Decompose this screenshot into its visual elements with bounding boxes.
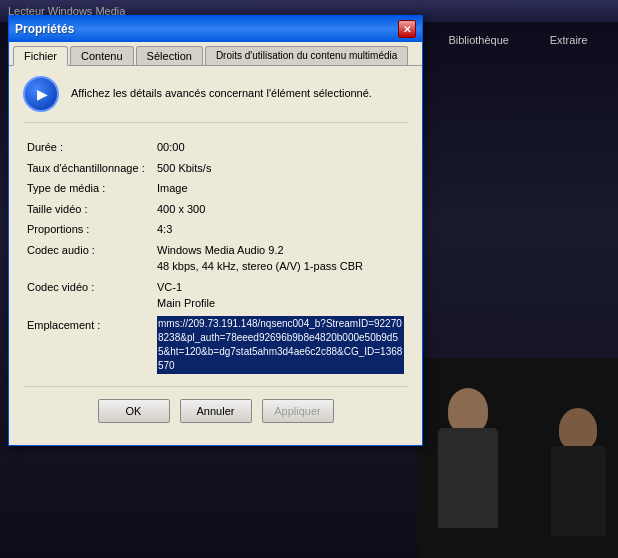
tab-fichier[interactable]: Fichier (13, 46, 68, 66)
prop-value-codec-audio: Windows Media Audio 9.248 kbps, 44 kHz, … (153, 240, 408, 277)
prop-label-taux: Taux d'échantillonnage : (23, 158, 153, 179)
prop-codec-video: Codec vidéo : VC-1Main Profile (23, 277, 408, 314)
sidebar-labels: Bibliothèque Extraire (418, 26, 618, 54)
prop-label-taille: Taille vidéo : (23, 199, 153, 220)
apply-button[interactable]: Appliquer (262, 399, 334, 423)
media-icon (23, 76, 59, 112)
properties-table: Durée : 00:00 Taux d'échantillonnage : 5… (23, 137, 408, 376)
prop-label-emplacement: Emplacement : (23, 314, 153, 376)
prop-value-taux: 500 Kbits/s (153, 158, 408, 179)
tab-droits[interactable]: Droits d'utilisation du contenu multiméd… (205, 46, 408, 65)
prop-taille: Taille vidéo : 400 x 300 (23, 199, 408, 220)
cancel-button[interactable]: Annuler (180, 399, 252, 423)
video-person (418, 378, 618, 558)
prop-taux: Taux d'échantillonnage : 500 Kbits/s (23, 158, 408, 179)
extract-label[interactable]: Extraire (550, 34, 588, 46)
person-left (428, 388, 508, 558)
header-row: Affichez les détails avancés concernant … (23, 76, 408, 123)
tab-contenu[interactable]: Contenu (70, 46, 134, 65)
tab-selection[interactable]: Sélection (136, 46, 203, 65)
header-description: Affichez les détails avancés concernant … (71, 86, 372, 101)
library-label[interactable]: Bibliothèque (448, 34, 509, 46)
video-area (418, 358, 618, 558)
dialog-close-button[interactable]: ✕ (398, 20, 416, 38)
prop-codec-audio: Codec audio : Windows Media Audio 9.248 … (23, 240, 408, 277)
prop-value-codec-video: VC-1Main Profile (153, 277, 408, 314)
prop-label-codec-audio: Codec audio : (23, 240, 153, 277)
prop-label-proportions: Proportions : (23, 219, 153, 240)
prop-emplacement: Emplacement : mms://209.73.191.148/nqsen… (23, 314, 408, 376)
prop-value-proportions: 4:3 (153, 219, 408, 240)
prop-value-taille: 400 x 300 (153, 199, 408, 220)
prop-duree: Durée : 00:00 (23, 137, 408, 158)
prop-value-type: Image (153, 178, 408, 199)
prop-label-type: Type de média : (23, 178, 153, 199)
dialog-buttons: OK Annuler Appliquer (23, 386, 408, 435)
prop-label-codec-video: Codec vidéo : (23, 277, 153, 314)
tab-bar: Fichier Contenu Sélection Droits d'utili… (9, 42, 422, 66)
prop-value-emplacement[interactable]: mms://209.73.191.148/nqsenc004_b?StreamI… (153, 314, 408, 376)
person-right (543, 408, 613, 558)
url-text[interactable]: mms://209.73.191.148/nqsenc004_b?StreamI… (157, 316, 404, 374)
prop-type: Type de média : Image (23, 178, 408, 199)
dialog-title: Propriétés (15, 22, 74, 36)
ok-button[interactable]: OK (98, 399, 170, 423)
prop-label-duree: Durée : (23, 137, 153, 158)
prop-value-duree: 00:00 (153, 137, 408, 158)
properties-dialog: Propriétés ✕ Fichier Contenu Sélection D… (8, 15, 423, 446)
prop-proportions: Proportions : 4:3 (23, 219, 408, 240)
dialog-titlebar: Propriétés ✕ (9, 16, 422, 42)
dialog-content: Affichez les détails avancés concernant … (9, 66, 422, 445)
